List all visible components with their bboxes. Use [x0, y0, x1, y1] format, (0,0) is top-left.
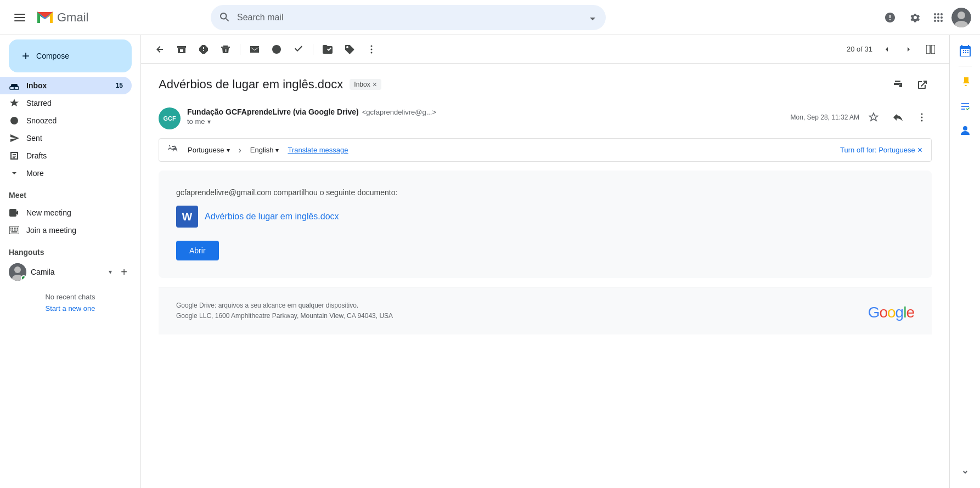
next-page-button[interactable] — [899, 39, 919, 59]
clock-icon — [9, 116, 20, 126]
svg-point-39 — [921, 120, 923, 122]
contacts-sidebar-button[interactable] — [954, 119, 976, 141]
hangout-user[interactable]: Camila ▾ + — [9, 261, 132, 283]
prev-page-button[interactable] — [877, 39, 897, 59]
chevron-down-icon — [9, 168, 20, 178]
move-to-button[interactable] — [318, 39, 337, 59]
svg-point-38 — [921, 117, 923, 118]
archive-button[interactable] — [172, 39, 192, 59]
join-meeting-item[interactable]: Join a meeting — [0, 222, 132, 239]
translate-message-link[interactable]: Translate message — [288, 146, 348, 154]
keep-sidebar-button[interactable] — [954, 71, 976, 93]
email-meta-right: Mon, Sep 28, 11:32 AM — [791, 107, 932, 127]
menu-button[interactable] — [9, 7, 31, 29]
settings-button[interactable] — [903, 7, 925, 29]
more-options-button[interactable] — [362, 39, 381, 59]
email-view: Advérbios de lugar em inglês.docx Inbox … — [141, 64, 949, 488]
print-button[interactable] — [888, 75, 908, 94]
right-sidebar — [949, 35, 980, 488]
sidebar-item-drafts[interactable]: Drafts — [0, 147, 132, 164]
add-hangout-button[interactable]: + — [116, 264, 132, 280]
svg-rect-23 — [10, 230, 12, 231]
user-avatar[interactable] — [951, 8, 971, 27]
email-more-button[interactable] — [912, 107, 932, 127]
back-button[interactable] — [150, 39, 170, 59]
calendar-sidebar-button[interactable] — [954, 39, 976, 61]
hangouts-section: Hangouts Camila ▾ + No recent chats Star… — [0, 239, 140, 328]
toolbar-separator-2 — [313, 44, 313, 55]
footer-line2: Google LLC, 1600 Amphitheatre Parkway, M… — [176, 311, 393, 321]
compose-plus-icon: + — [22, 48, 30, 64]
search-input[interactable] — [237, 13, 579, 22]
turn-off-text: Turn off for: Portuguese — [840, 146, 915, 154]
svg-rect-1 — [14, 17, 25, 18]
help-button[interactable] — [879, 7, 901, 29]
mark-unread-button[interactable] — [245, 39, 264, 59]
meet-section-label: Meet — [0, 182, 140, 204]
turn-off-translate[interactable]: Turn off for: Portuguese × — [840, 145, 922, 155]
to-language-select[interactable]: English ▾ — [246, 144, 284, 156]
no-chats-text: No recent chats — [45, 293, 95, 301]
reply-button[interactable] — [888, 107, 908, 127]
search-dropdown-button[interactable] — [586, 12, 597, 23]
open-in-new-button[interactable] — [912, 75, 932, 94]
join-meeting-label: Join a meeting — [26, 226, 76, 235]
sidebar-item-snoozed[interactable]: Snoozed — [0, 112, 132, 129]
email-footer: Google Drive: arquivos a seu alcance em … — [159, 287, 932, 334]
svg-rect-20 — [14, 228, 15, 229]
email-date: Mon, Sep 28, 11:32 AM — [791, 114, 859, 121]
svg-point-34 — [371, 52, 373, 53]
sidebar-item-more[interactable]: More — [0, 164, 132, 182]
compose-button[interactable]: + Compose — [9, 39, 132, 72]
svg-rect-18 — [10, 228, 12, 229]
star-email-button[interactable] — [864, 107, 883, 127]
open-doc-button[interactable]: Abrir — [176, 241, 219, 260]
from-language-select[interactable]: Portuguese ▾ — [183, 144, 234, 156]
svg-point-4 — [934, 13, 936, 15]
svg-point-12 — [940, 20, 943, 22]
remove-label-button[interactable]: × — [373, 80, 377, 89]
svg-point-30 — [14, 266, 21, 273]
topbar: Gmail — [0, 0, 980, 35]
to-me[interactable]: to me ▾ — [187, 117, 784, 126]
svg-point-32 — [371, 45, 373, 47]
gmail-logo-text: Gmail — [57, 10, 88, 25]
email-meta: GCF Fundação GCFAprendeLivre (via Google… — [159, 107, 932, 129]
search-button[interactable] — [219, 12, 230, 23]
sidebar-item-inbox[interactable]: Inbox 15 — [0, 77, 132, 94]
hangout-dropdown-icon[interactable]: ▾ — [109, 268, 112, 276]
translate-bar: Portuguese ▾ › English ▾ Translate messa… — [159, 138, 932, 162]
svg-rect-21 — [15, 228, 16, 229]
topbar-left: Gmail — [9, 7, 206, 29]
report-spam-button[interactable] — [194, 39, 213, 59]
svg-point-6 — [940, 13, 943, 15]
sender-email-display: <gcfaprendelivre@g...> — [362, 108, 436, 116]
inbox-badge: 15 — [116, 82, 123, 89]
done-button[interactable] — [289, 39, 308, 59]
svg-point-11 — [937, 20, 939, 22]
svg-rect-24 — [12, 230, 13, 231]
expand-right-sidebar-button[interactable] — [954, 462, 976, 484]
delete-button[interactable] — [216, 39, 235, 59]
sidebar-item-sent[interactable]: Sent — [0, 129, 132, 147]
gmail-logo[interactable]: Gmail — [35, 8, 88, 27]
sidebar-divider — [959, 66, 972, 66]
start-new-chat-link[interactable]: Start a new one — [18, 303, 123, 315]
snooze-button[interactable] — [267, 39, 286, 59]
tasks-sidebar-button[interactable] — [954, 95, 976, 117]
turn-off-close[interactable]: × — [917, 145, 922, 155]
new-meeting-item[interactable]: New meeting — [0, 204, 132, 222]
apps-button[interactable] — [927, 7, 949, 29]
doc-link[interactable]: W Advérbios de lugar em inglês.docx — [176, 206, 914, 228]
labels-button[interactable] — [340, 39, 359, 59]
video-icon — [9, 209, 20, 217]
from-language-text: Portuguese — [188, 146, 224, 154]
view-toggle-button[interactable] — [921, 39, 940, 59]
snoozed-label: Snoozed — [26, 116, 57, 125]
svg-point-9 — [940, 16, 943, 19]
to-lang-arrow: ▾ — [275, 146, 279, 154]
sidebar-item-starred[interactable]: Starred — [0, 94, 132, 112]
footer-text: Google Drive: arquivos a seu alcance em … — [176, 300, 393, 321]
online-indicator — [21, 275, 26, 281]
to-me-text: to me — [187, 117, 205, 126]
